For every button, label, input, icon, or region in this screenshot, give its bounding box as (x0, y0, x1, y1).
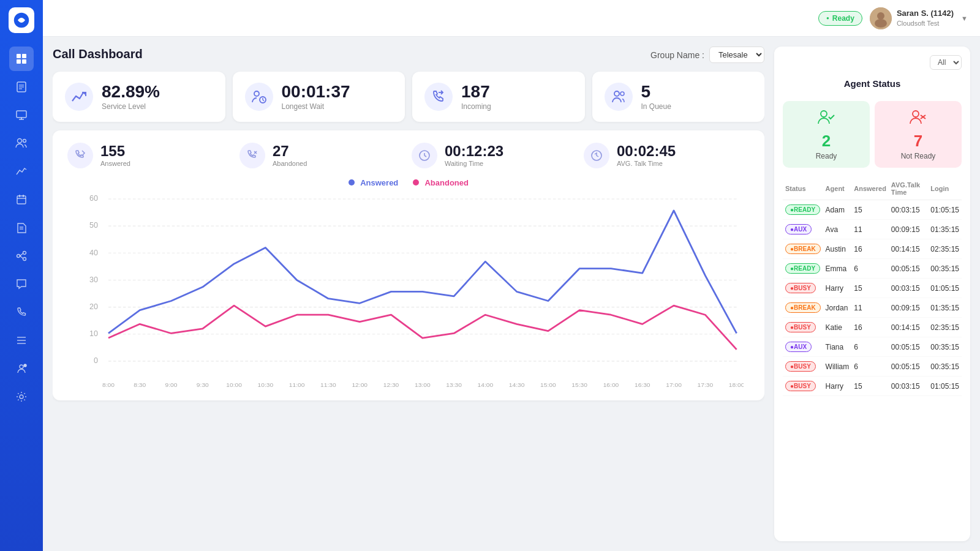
stat-card-3: 5 In Queue (592, 72, 765, 122)
sidebar-item-calls[interactable] (9, 300, 34, 324)
sec-icon-3 (584, 143, 609, 168)
svg-rect-2 (22, 54, 26, 58)
stat-label-1: Longest Wait (282, 102, 350, 111)
table-row: ●BUSY Katie 16 00:14:15 02:35:15 (783, 318, 962, 337)
app-logo[interactable] (9, 7, 34, 33)
svg-point-33 (875, 19, 887, 28)
agent-answered: 16 (851, 318, 889, 337)
ready-badge[interactable]: Ready (818, 11, 862, 26)
sec-value-0: 155 (100, 144, 130, 159)
sidebar-item-system-settings[interactable] (9, 384, 34, 409)
stat-icon-1 (245, 83, 273, 111)
agent-status-badge: ●READY (783, 259, 823, 279)
agent-status-title: Agent Status (783, 78, 962, 89)
agent-login: 01:05:15 (928, 279, 962, 298)
svg-text:12:00: 12:00 (352, 381, 368, 388)
chevron-down-icon[interactable]: ▼ (961, 15, 968, 22)
agent-avg-talk: 00:05:15 (889, 357, 928, 377)
svg-text:0: 0 (94, 356, 98, 365)
svg-point-22 (23, 258, 26, 261)
agent-name: Katie (823, 318, 852, 337)
table-row: ●READY Emma 6 00:05:15 00:35:15 (783, 259, 962, 279)
stat-value-2: 187 (461, 83, 491, 100)
table-row: ●BUSY William 6 00:05:15 00:35:15 (783, 357, 962, 377)
agent-status-badge: ●BREAK (783, 298, 823, 318)
svg-line-37 (263, 100, 264, 101)
group-name-label: Group Name : (650, 50, 704, 60)
svg-point-39 (614, 91, 619, 96)
agent-login: 00:35:15 (928, 337, 962, 357)
agent-status-badge: ●BUSY (783, 318, 823, 337)
stat-card-2: 187 Incoming (412, 72, 585, 122)
table-row: ●AUX Ava 11 00:09:15 01:35:15 (783, 220, 962, 239)
svg-rect-9 (17, 111, 26, 118)
group-name-select[interactable]: Telesale (709, 47, 764, 63)
svg-text:10: 10 (89, 329, 98, 338)
stat-icon-2 (424, 83, 453, 111)
svg-point-12 (18, 139, 22, 143)
user-details: Saran S. (1142) Cloudsoft Test (897, 9, 954, 28)
svg-point-13 (23, 140, 26, 143)
sidebar-item-lists[interactable] (9, 328, 34, 353)
not-ready-label: Not Ready (884, 152, 952, 160)
svg-point-34 (254, 91, 259, 96)
agent-answered: 15 (851, 377, 889, 396)
svg-text:15:00: 15:00 (540, 381, 556, 388)
agent-name: Jordan (823, 298, 852, 318)
sidebar-item-schedule[interactable] (9, 187, 34, 212)
secondary-stats-panel: 155 Answered 27 Abandoned 00:12:23 Waiti… (53, 130, 764, 400)
svg-text:20: 20 (89, 302, 98, 311)
not-ready-status-card: 7 Not Ready (875, 101, 962, 168)
sidebar-item-chat[interactable] (9, 272, 34, 296)
agent-answered: 6 (851, 357, 889, 377)
sidebar-item-agents[interactable] (9, 131, 34, 156)
sidebar-item-dashboard[interactable] (9, 47, 34, 71)
svg-rect-3 (17, 59, 21, 64)
sec-icon-2 (412, 143, 437, 168)
sidebar (0, 0, 43, 551)
stat-icon-3 (605, 83, 633, 111)
user-sub: Cloudsoft Test (897, 19, 954, 28)
sidebar-item-monitor[interactable] (9, 103, 34, 127)
agent-login: 00:35:15 (928, 259, 962, 279)
sidebar-item-user-settings[interactable] (9, 356, 34, 381)
agent-name: Tiana (823, 337, 852, 357)
ready-icon (793, 108, 860, 129)
right-panel: All Agent Status 2 Ready 7 Not R (774, 47, 970, 541)
stat-label-3: In Queue (641, 102, 671, 111)
sec-stat-2: 00:12:23 Waiting Time (412, 143, 578, 168)
svg-text:10:00: 10:00 (226, 381, 242, 388)
agent-avg-talk: 00:05:15 (889, 337, 928, 357)
agent-filter-select[interactable]: All (930, 55, 962, 70)
agent-status-badge: ●BUSY (783, 279, 823, 298)
sec-icon-1 (239, 143, 265, 168)
svg-text:17:30: 17:30 (698, 381, 714, 388)
secondary-grid: 155 Answered 27 Abandoned 00:12:23 Waiti… (67, 143, 750, 168)
stat-label-2: Incoming (461, 102, 491, 111)
agent-status-badge: ●AUX (783, 220, 823, 239)
svg-line-24 (20, 256, 23, 258)
sec-label-0: Answered (100, 160, 130, 167)
agent-status-badge: ●READY (783, 200, 823, 220)
main-content: Ready Saran S. (1142) Cloudsoft Test ▼ C… (43, 0, 980, 551)
stat-icon-0 (65, 83, 93, 111)
sidebar-item-reports[interactable] (9, 75, 34, 99)
sidebar-item-analytics[interactable] (9, 159, 34, 184)
stat-value-3: 5 (641, 83, 671, 100)
agent-name: Adam (823, 200, 852, 220)
table-row: ●BUSY Harry 15 00:03:15 01:05:15 (783, 279, 962, 298)
sidebar-item-knowledge[interactable] (9, 216, 34, 240)
status-cards: 2 Ready 7 Not Ready (783, 101, 962, 168)
sec-value-1: 27 (273, 144, 307, 159)
svg-text:9:30: 9:30 (197, 381, 209, 388)
sec-label-1: Abandoned (273, 160, 307, 167)
agent-login: 01:05:15 (928, 377, 962, 396)
agent-answered: 16 (851, 239, 889, 259)
ready-count: 2 (793, 132, 860, 151)
agent-name: Harry (823, 279, 852, 298)
stats-grid: 82.89% Service Level 00:01:37 Longest Wa… (53, 72, 764, 122)
svg-line-45 (424, 156, 426, 157)
agent-table-col-header: AVG.Talk Time (889, 178, 928, 200)
ready-label: Ready (793, 152, 860, 160)
sidebar-item-integrations[interactable] (9, 244, 34, 268)
